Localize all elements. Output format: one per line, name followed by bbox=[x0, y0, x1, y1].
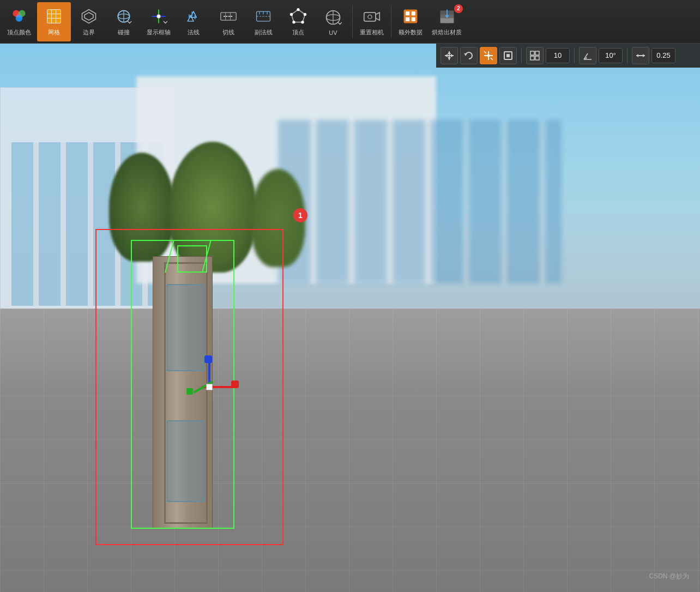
tool-label-vertex-color: 顶点颜色 bbox=[7, 28, 31, 37]
tool-sub-normals[interactable]: 副法线 bbox=[246, 2, 280, 41]
svg-line-62 bbox=[491, 58, 493, 60]
main-toolbar: 顶点颜色 网格 边界 bbox=[0, 0, 700, 44]
svg-marker-72 bbox=[636, 54, 638, 57]
boundary-icon bbox=[79, 7, 99, 26]
svg-rect-65 bbox=[530, 51, 534, 55]
tool-vertex[interactable]: 顶点 bbox=[281, 2, 315, 41]
translate-btn[interactable] bbox=[440, 47, 458, 64]
scale-btn[interactable] bbox=[480, 47, 497, 64]
svg-marker-16 bbox=[188, 15, 194, 21]
toolbar-divider2 bbox=[391, 5, 391, 38]
svg-marker-54 bbox=[448, 57, 451, 60]
gizmo-center bbox=[206, 384, 213, 390]
svg-rect-38 bbox=[364, 13, 376, 21]
show-pivot-icon bbox=[149, 7, 168, 26]
tool-label-normals: 法线 bbox=[188, 28, 200, 37]
svg-marker-53 bbox=[448, 51, 451, 54]
angle-icon-btn[interactable] bbox=[579, 47, 596, 64]
svg-rect-3 bbox=[47, 10, 61, 23]
svg-rect-68 bbox=[535, 56, 539, 60]
reset-camera-icon bbox=[362, 7, 382, 26]
building-center-windows bbox=[278, 120, 562, 283]
secondary-toolbar: 10 10° 0.25 bbox=[436, 44, 700, 68]
tool-label-mesh: 网格 bbox=[48, 28, 60, 37]
svg-rect-45 bbox=[412, 17, 415, 21]
gizmo-x-head bbox=[231, 380, 239, 388]
sub-normals-icon bbox=[254, 7, 273, 26]
svg-marker-55 bbox=[445, 54, 448, 57]
svg-rect-67 bbox=[530, 56, 534, 60]
svg-rect-44 bbox=[406, 17, 409, 21]
tb2-sep1 bbox=[521, 48, 522, 63]
tool-label-sub-normals: 副法线 bbox=[255, 28, 273, 37]
tool-reset-camera[interactable]: 重置相机 bbox=[355, 2, 389, 41]
bake-material-icon bbox=[437, 7, 457, 26]
svg-point-32 bbox=[301, 21, 304, 23]
svg-point-34 bbox=[290, 13, 293, 16]
transform-btn[interactable] bbox=[499, 47, 517, 64]
svg-rect-41 bbox=[404, 10, 418, 23]
svg-rect-60 bbox=[487, 55, 490, 57]
tool-label-collision: 碰撞 bbox=[118, 28, 130, 37]
svg-marker-8 bbox=[82, 10, 96, 23]
green-inner-box bbox=[177, 245, 207, 273]
transform-gizmo bbox=[185, 370, 240, 413]
rotate-btn[interactable] bbox=[460, 47, 478, 64]
angle-value[interactable]: 10° bbox=[599, 48, 623, 63]
tool-vertex-color[interactable]: 顶点颜色 bbox=[2, 2, 36, 41]
gizmo-y-head bbox=[204, 355, 212, 363]
tool-bake-material[interactable]: 烘焙出材质 2 bbox=[429, 2, 465, 41]
svg-point-15 bbox=[156, 14, 160, 18]
svg-rect-64 bbox=[506, 54, 510, 57]
tool-uv[interactable]: UV bbox=[316, 2, 350, 41]
tool-label-uv: UV bbox=[329, 29, 337, 36]
svg-marker-9 bbox=[85, 13, 93, 20]
tool-label-bake-material: 烘焙出材质 bbox=[432, 28, 462, 37]
badge-1: 1 bbox=[293, 208, 307, 222]
cut-icon bbox=[219, 7, 238, 26]
tool-label-show-pivot: 显示框轴 bbox=[147, 28, 171, 37]
svg-rect-42 bbox=[406, 11, 409, 15]
svg-marker-29 bbox=[292, 10, 305, 22]
svg-rect-66 bbox=[535, 51, 539, 55]
tool-boundary[interactable]: 边界 bbox=[72, 2, 106, 41]
tool-label-boundary: 边界 bbox=[83, 28, 95, 37]
extra-data-icon bbox=[401, 7, 420, 26]
tool-label-reset-camera: 重置相机 bbox=[360, 28, 384, 37]
viewport: 1 CSDN @妙为 bbox=[0, 44, 700, 592]
svg-point-40 bbox=[368, 15, 372, 19]
watermark: CSDN @妙为 bbox=[649, 572, 689, 581]
scale-icon-btn[interactable] bbox=[632, 47, 649, 64]
collision-icon bbox=[114, 7, 134, 26]
normals-icon bbox=[184, 7, 203, 26]
svg-point-31 bbox=[304, 13, 306, 16]
svg-rect-43 bbox=[412, 11, 415, 15]
tool-normals[interactable]: 法线 bbox=[177, 2, 210, 41]
svg-marker-39 bbox=[376, 13, 379, 20]
tool-show-pivot[interactable]: 显示框轴 bbox=[142, 2, 176, 41]
tool-cut[interactable]: 切线 bbox=[212, 2, 245, 41]
tb2-sep3 bbox=[627, 48, 627, 63]
bake-badge: 2 bbox=[454, 4, 463, 13]
tool-mesh[interactable]: 网格 bbox=[37, 2, 71, 41]
vertex-icon bbox=[288, 7, 308, 26]
gizmo-z-head bbox=[186, 388, 193, 395]
snap-value[interactable]: 10 bbox=[546, 48, 570, 63]
uv-icon bbox=[323, 8, 343, 27]
scale-value[interactable]: 0.25 bbox=[651, 48, 675, 63]
svg-marker-56 bbox=[451, 54, 454, 57]
svg-line-61 bbox=[484, 51, 486, 53]
svg-marker-73 bbox=[643, 54, 645, 57]
snap-toggle-btn[interactable] bbox=[526, 47, 544, 64]
toolbar-divider bbox=[352, 5, 353, 38]
tool-collision[interactable]: 碰撞 bbox=[107, 2, 141, 41]
mesh-icon bbox=[44, 7, 64, 26]
tool-label-vertex: 顶点 bbox=[292, 28, 304, 37]
tool-extra-data[interactable]: 额外数据 bbox=[394, 2, 427, 41]
tool-label-cut: 切线 bbox=[222, 28, 234, 37]
tb2-sep2 bbox=[574, 48, 575, 63]
svg-marker-57 bbox=[464, 53, 467, 56]
tool-label-extra-data: 额外数据 bbox=[399, 28, 423, 37]
vertex-color-icon bbox=[9, 7, 29, 26]
svg-point-30 bbox=[297, 8, 299, 11]
